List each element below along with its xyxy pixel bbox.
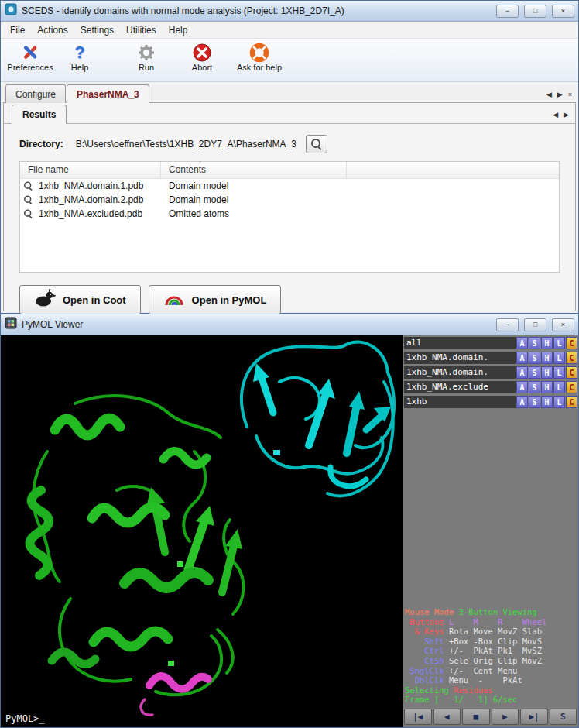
mouse-panel-line: Shft +Box -Box Clip MovS xyxy=(405,637,546,647)
object-menu-a-button[interactable]: A xyxy=(516,337,528,349)
object-menu-h-button[interactable]: H xyxy=(541,337,553,349)
file-table-body: 1xhb_NMA.domain.1.pdbDomain model1xhb_NM… xyxy=(20,179,559,221)
menu-actions[interactable]: Actions xyxy=(31,23,74,37)
object-menu-s-button[interactable]: S xyxy=(529,352,540,364)
object-menu-c-button[interactable]: C xyxy=(566,352,577,364)
table-row[interactable]: 1xhb_NMA.excluded.pdbOmitted atoms xyxy=(20,207,559,221)
object-menu-a-button[interactable]: A xyxy=(516,396,528,408)
tab-scroll-left-icon[interactable]: ◀ xyxy=(546,91,552,98)
tab-close-icon[interactable]: × xyxy=(568,91,572,98)
object-name[interactable]: all xyxy=(404,337,516,349)
protein-render xyxy=(1,335,403,727)
object-name[interactable]: 1xhb_NMA.domain. xyxy=(404,366,516,379)
preferences-button[interactable]: Preferences xyxy=(5,41,55,81)
mouse-panel-line: Ctrl +/- PkAt Pk1 MvSZ xyxy=(405,646,546,656)
object-menu-a-button[interactable]: A xyxy=(516,352,528,364)
browse-directory-button[interactable] xyxy=(306,135,327,153)
file-table-header: File name Contents xyxy=(20,162,559,179)
column-file-name[interactable]: File name xyxy=(20,162,161,178)
menu-file[interactable]: File xyxy=(4,23,31,37)
sceds-window: SCEDS - identify domains with normal mod… xyxy=(0,0,579,314)
mouse-panel-line: Frame [ 1/ 1] 6/sec xyxy=(405,695,546,705)
object-menu-l-button[interactable]: L xyxy=(553,366,565,379)
pymol-viewport[interactable]: PyMOL>_ xyxy=(1,335,403,727)
directory-row: Directory: B:\Users\oeffner\Tests\1XHB_2… xyxy=(19,135,560,153)
action-row: Open in Coot Open in PyMOL xyxy=(19,285,560,314)
directory-path: B:\Users\oeffner\Tests\1XHB_2DY7_A\Phase… xyxy=(76,139,296,149)
object-name[interactable]: 1xhb xyxy=(404,396,516,408)
object-menu-h-button[interactable]: H xyxy=(541,352,553,364)
magnifier-icon xyxy=(24,196,33,204)
vcr-last-button[interactable]: ▶| xyxy=(520,709,548,725)
command-prompt[interactable]: PyMOL>_ xyxy=(5,713,45,724)
table-row[interactable]: 1xhb_NMA.domain.1.pdbDomain model xyxy=(20,179,559,193)
tab-results[interactable]: Results xyxy=(12,105,67,124)
maximize-button[interactable]: □ xyxy=(524,318,546,331)
subtab-scroll-left-icon[interactable]: ◀ xyxy=(553,111,558,118)
window-title: SCEDS - identify domains with normal mod… xyxy=(22,5,491,16)
object-menu-a-button[interactable]: A xyxy=(516,366,528,379)
menu-help[interactable]: Help xyxy=(163,23,194,37)
vcr-s-button[interactable]: S xyxy=(550,709,577,725)
abort-button[interactable]: Abort xyxy=(177,41,227,81)
object-name[interactable]: 1xhb_NMA.domain. xyxy=(404,352,516,364)
object-menu-c-button[interactable]: C xyxy=(566,337,577,349)
object-menu-l-button[interactable]: L xyxy=(553,396,565,408)
subtab-scroll-right-icon[interactable]: ▶ xyxy=(564,111,569,118)
mouse-mode-panel: Mouse Mode 3-Button Viewing Buttons L M … xyxy=(405,607,546,705)
vcr-first-button[interactable]: |◀ xyxy=(404,709,432,725)
results-frame: Results ◀ ▶ Directory: B:\Users\oeffner\… xyxy=(3,102,576,311)
object-menu-s-button[interactable]: S xyxy=(529,366,540,379)
tab-scroll-right-icon[interactable]: ▶ xyxy=(557,91,563,98)
pymol-body: PyMOL>_ allASHLC1xhb_NMA.domain.ASHLC1xh… xyxy=(1,335,578,727)
mouse-panel-line: Selecting Residues xyxy=(405,685,546,695)
pymol-titlebar[interactable]: PyMOL Viewer − □ × xyxy=(1,314,578,335)
open-in-pymol-button[interactable]: Open in PyMOL xyxy=(149,285,282,314)
object-menu-c-button[interactable]: C xyxy=(566,396,577,408)
file-table: File name Contents 1xhb_NMA.domain.1.pdb… xyxy=(19,161,560,273)
toolbar: Preferences ? Help Run xyxy=(1,39,578,82)
object-name[interactable]: 1xhb_NMA.exclude xyxy=(404,381,516,393)
object-menu-h-button[interactable]: H xyxy=(541,396,553,408)
object-menu-c-button[interactable]: C xyxy=(566,381,577,393)
object-menu-s-button[interactable]: S xyxy=(529,381,540,393)
object-menu-c-button[interactable]: C xyxy=(566,366,577,379)
vcr-stop-button[interactable]: ■ xyxy=(462,709,490,725)
column-contents[interactable]: Contents xyxy=(161,162,347,178)
close-button[interactable]: × xyxy=(552,318,574,331)
minimize-button[interactable]: − xyxy=(496,318,519,331)
file-name: 1xhb_NMA.domain.2.pdb xyxy=(39,194,161,205)
maximize-button[interactable]: □ xyxy=(524,5,546,18)
tab-configure[interactable]: Configure xyxy=(5,84,66,103)
ask-for-help-button[interactable]: Ask for help xyxy=(235,41,284,81)
menu-utilities[interactable]: Utilities xyxy=(120,23,163,37)
open-in-coot-button[interactable]: Open in Coot xyxy=(19,285,141,314)
search-icon xyxy=(311,139,322,149)
object-menu-l-button[interactable]: L xyxy=(553,352,565,364)
sceds-titlebar[interactable]: SCEDS - identify domains with normal mod… xyxy=(1,1,578,22)
mouse-panel-line: DblClk Menu - PkAt xyxy=(405,675,546,685)
pymol-window: PyMOL Viewer − □ × xyxy=(0,314,579,728)
menu-settings[interactable]: Settings xyxy=(74,23,120,37)
object-menu-s-button[interactable]: S xyxy=(529,396,540,408)
minimize-button[interactable]: − xyxy=(496,5,519,18)
help-button[interactable]: ? Help xyxy=(55,41,104,81)
abort-icon xyxy=(192,43,212,63)
tab-phasernma-3[interactable]: PhaserNMA_3 xyxy=(67,84,149,103)
vcr-prev-button[interactable]: ◀ xyxy=(433,709,461,725)
lifebuoy-icon xyxy=(249,43,269,63)
run-gear-icon xyxy=(136,43,156,63)
run-button[interactable]: Run xyxy=(122,41,171,81)
table-row[interactable]: 1xhb_NMA.domain.2.pdbDomain model xyxy=(20,193,559,207)
vcr-play-button[interactable]: ▶ xyxy=(492,709,519,725)
object-menu-h-button[interactable]: H xyxy=(541,381,553,393)
vcr-controls: |◀◀■▶▶|S xyxy=(404,709,577,725)
close-button[interactable]: × xyxy=(552,5,574,18)
object-menu-h-button[interactable]: H xyxy=(541,366,553,379)
ask-for-help-label: Ask for help xyxy=(237,63,282,72)
object-menu-s-button[interactable]: S xyxy=(529,337,540,349)
magnifier-icon xyxy=(24,182,33,191)
object-menu-l-button[interactable]: L xyxy=(553,381,565,393)
object-menu-l-button[interactable]: L xyxy=(553,337,565,349)
object-menu-a-button[interactable]: A xyxy=(516,381,528,393)
